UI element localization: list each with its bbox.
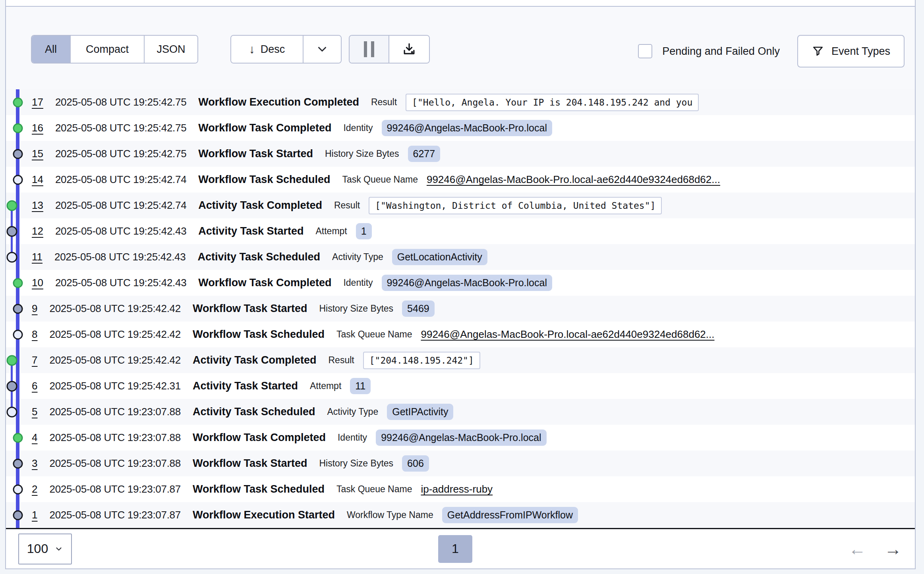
tab-compact[interactable]: Compact [70, 36, 144, 63]
event-result-code[interactable]: ["Washington, District of Columbia, Unit… [369, 197, 662, 214]
event-id-link[interactable]: 14 [32, 173, 43, 186]
tab-all[interactable]: All [32, 36, 70, 63]
pending-failed-checkbox[interactable] [638, 44, 652, 58]
next-page-button[interactable]: → [884, 540, 902, 558]
event-detail-label: Task Queue Name [336, 329, 412, 340]
event-status-marker-completed [7, 355, 17, 366]
event-id-link[interactable]: 8 [32, 328, 37, 341]
event-row[interactable]: 12025-05-08 UTC 19:23:07.87Workflow Exec… [6, 502, 915, 528]
event-row[interactable]: 112025-05-08 UTC 19:25:42.43Activity Tas… [6, 244, 915, 270]
event-detail: Result["Hello, Angela. Your IP is 204.14… [371, 94, 699, 111]
event-id-link[interactable]: 1 [32, 509, 37, 521]
event-timestamp: 2025-05-08 UTC 19:25:42.74 [55, 199, 186, 212]
event-detail-label: Result [371, 97, 397, 108]
event-id-link[interactable]: 7 [32, 354, 37, 366]
event-detail-badge: 99246@Angelas-MacBook-Pro.local [382, 120, 552, 136]
event-id-link[interactable]: 16 [32, 122, 43, 134]
event-name: Workflow Task Started [193, 302, 307, 315]
event-timestamp: 2025-05-08 UTC 19:25:42.31 [49, 380, 180, 392]
pagination-footer: 100 1 ← → [6, 529, 915, 568]
event-detail-badge: GetAddressFromIPWorkflow [442, 507, 578, 523]
event-id-link[interactable]: 5 [32, 406, 37, 418]
page-number-button[interactable]: 1 [438, 535, 472, 563]
event-status-marker-scheduled [13, 484, 23, 494]
event-detail-badge: 99246@Angelas-MacBook-Pro.local [382, 275, 552, 291]
event-name: Activity Task Scheduled [197, 251, 320, 263]
event-types-button[interactable]: Event Types [797, 35, 905, 67]
event-id-link[interactable]: 4 [32, 431, 37, 444]
event-row[interactable]: 152025-05-08 UTC 19:25:42.75Workflow Tas… [6, 141, 915, 167]
event-id-link[interactable]: 9 [32, 302, 37, 315]
event-result-code[interactable]: ["Hello, Angela. Your IP is 204.148.195.… [406, 94, 699, 111]
page-size-value: 100 [27, 541, 48, 556]
event-result-code[interactable]: ["204.148.195.242"] [363, 352, 480, 369]
event-row[interactable]: 172025-05-08 UTC 19:25:42.75Workflow Exe… [6, 89, 915, 115]
sort-dropdown-button[interactable] [303, 36, 341, 63]
event-detail-label: Activity Type [327, 406, 379, 417]
event-detail: Attempt1 [315, 223, 371, 239]
event-row[interactable]: 82025-05-08 UTC 19:25:42.42Workflow Task… [6, 322, 915, 347]
event-row[interactable]: 32025-05-08 UTC 19:23:07.88Workflow Task… [6, 451, 915, 476]
event-status-marker-completed [13, 97, 23, 107]
event-name: Activity Task Scheduled [193, 406, 315, 418]
event-status-marker-started [7, 381, 17, 391]
event-id-link[interactable]: 11 [32, 251, 43, 263]
event-row[interactable]: 62025-05-08 UTC 19:25:42.31Activity Task… [6, 373, 915, 399]
event-status-marker-scheduled [7, 252, 17, 262]
event-timestamp: 2025-05-08 UTC 19:25:42.75 [55, 148, 186, 160]
event-timeline [6, 89, 32, 528]
event-row[interactable]: 122025-05-08 UTC 19:25:42.43Activity Tas… [6, 218, 915, 244]
previous-page-button[interactable]: ← [849, 540, 866, 558]
event-row[interactable]: 92025-05-08 UTC 19:25:42.42Workflow Task… [6, 296, 915, 322]
event-types-label: Event Types [831, 45, 890, 58]
event-row[interactable]: 162025-05-08 UTC 19:25:42.75Workflow Tas… [6, 115, 915, 141]
event-timestamp: 2025-05-08 UTC 19:25:42.75 [55, 96, 186, 108]
event-id-link[interactable]: 12 [32, 225, 43, 237]
event-row[interactable]: 22025-05-08 UTC 19:23:07.87Workflow Task… [6, 476, 915, 502]
event-detail-badge: GetLocationActivity [392, 249, 487, 265]
event-detail-label: History Size Bytes [325, 148, 399, 159]
event-detail: Activity TypeGetIPActivity [327, 404, 454, 420]
event-detail-badge: 99246@Angelas-MacBook-Pro.local [376, 430, 546, 446]
event-row[interactable]: 132025-05-08 UTC 19:25:42.74Activity Tas… [6, 193, 915, 218]
event-detail: Activity TypeGetLocationActivity [332, 249, 487, 265]
event-name: Activity Task Completed [193, 354, 317, 366]
event-id-link[interactable]: 3 [32, 457, 37, 470]
event-id-link[interactable]: 10 [32, 277, 43, 289]
tab-json[interactable]: JSON [144, 36, 197, 63]
task-queue-link[interactable]: 99246@Angelas-MacBook-Pro.local-ae62d440… [427, 173, 720, 186]
event-name: Activity Task Started [193, 380, 298, 392]
download-button[interactable] [389, 36, 429, 63]
sort-desc-button[interactable]: ↓ Desc [231, 36, 303, 63]
event-id-link[interactable]: 13 [32, 199, 43, 212]
event-name: Workflow Execution Started [193, 509, 335, 521]
pause-button[interactable] [350, 36, 389, 63]
event-status-marker-started [13, 510, 23, 520]
event-detail-badge: 11 [350, 378, 371, 394]
event-row[interactable]: 42025-05-08 UTC 19:23:07.88Workflow Task… [6, 425, 915, 451]
event-detail: Task Queue Nameip-address-ruby [336, 483, 493, 495]
event-detail: Task Queue Name99246@Angelas-MacBook-Pro… [336, 328, 715, 341]
event-id-link[interactable]: 6 [32, 380, 37, 392]
event-id-link[interactable]: 15 [32, 148, 43, 160]
event-row[interactable]: 102025-05-08 UTC 19:25:42.43Workflow Tas… [6, 270, 915, 296]
event-status-marker-started [13, 304, 23, 314]
event-history-toolbar: All Compact JSON ↓ Desc Pending an [6, 7, 915, 89]
event-detail-badge: 6277 [408, 146, 441, 162]
event-timestamp: 2025-05-08 UTC 19:25:42.42 [49, 328, 180, 341]
event-row[interactable]: 52025-05-08 UTC 19:23:07.88Activity Task… [6, 399, 915, 425]
event-row[interactable]: 142025-05-08 UTC 19:25:42.74Workflow Tas… [6, 167, 915, 193]
event-row[interactable]: 72025-05-08 UTC 19:25:42.42Activity Task… [6, 347, 915, 373]
page-size-select[interactable]: 100 [18, 534, 72, 564]
event-id-link[interactable]: 2 [32, 483, 37, 495]
event-detail: Task Queue Name99246@Angelas-MacBook-Pro… [342, 173, 720, 186]
event-id-link[interactable]: 17 [32, 96, 43, 108]
event-status-marker-started [13, 458, 23, 468]
event-detail-label: Task Queue Name [342, 174, 418, 185]
event-detail-label: Identity [338, 432, 367, 443]
event-name: Workflow Task Scheduled [193, 483, 325, 495]
event-detail-label: Activity Type [332, 252, 383, 262]
task-queue-link[interactable]: 99246@Angelas-MacBook-Pro.local-ae62d440… [421, 328, 714, 341]
task-queue-link[interactable]: ip-address-ruby [421, 483, 493, 495]
event-detail-badge: 606 [402, 455, 429, 472]
